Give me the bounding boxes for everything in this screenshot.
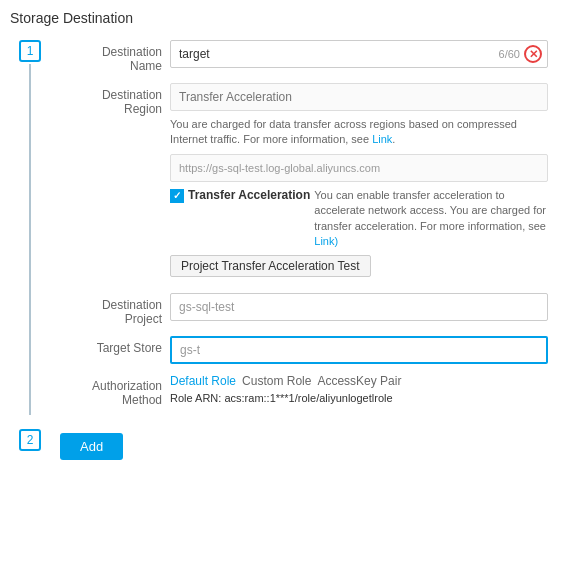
- dest-name-label: DestinationName: [60, 40, 170, 73]
- transfer-accel-checkbox[interactable]: [170, 189, 184, 203]
- checkbox-label: Transfer Acceleration: [188, 188, 310, 202]
- role-arn-row: Role ARN: acs:ram::1***1/role/aliyunloge…: [170, 392, 548, 404]
- auth-default-role[interactable]: Default Role: [170, 374, 236, 388]
- dest-project-input[interactable]: [170, 293, 548, 321]
- auth-accesskey-pair[interactable]: AccessKey Pair: [317, 374, 401, 388]
- auth-custom-role[interactable]: Custom Role: [242, 374, 311, 388]
- region-link[interactable]: Link: [372, 133, 392, 145]
- region-note: You are charged for data transfer across…: [170, 117, 548, 148]
- checkbox-desc: You can enable transfer acceleration to …: [314, 188, 548, 250]
- url-input: [170, 154, 548, 182]
- step-node-2: 2: [19, 429, 41, 451]
- checkbox-link[interactable]: Link): [314, 235, 338, 247]
- step-node-1: 1: [19, 40, 41, 62]
- dest-name-input[interactable]: [170, 40, 548, 68]
- target-store-input[interactable]: [170, 336, 548, 364]
- add-button[interactable]: Add: [60, 433, 123, 460]
- auth-method-label: AuthorizationMethod: [60, 374, 170, 407]
- clear-button[interactable]: ✕: [524, 45, 542, 63]
- target-store-label: Target Store: [60, 336, 170, 355]
- project-test-button[interactable]: Project Transfer Acceleration Test: [170, 255, 371, 277]
- role-arn-label: Role ARN:: [170, 392, 221, 404]
- role-arn-value: acs:ram::1***1/role/aliyunlogetlrole: [224, 392, 392, 404]
- timeline-line: [29, 64, 31, 415]
- dest-region-input[interactable]: [170, 83, 548, 111]
- page-title: Storage Destination: [0, 10, 568, 36]
- dest-project-label: DestinationProject: [60, 293, 170, 326]
- dest-region-label: DestinationRegion: [60, 83, 170, 116]
- dest-name-count: 6/60: [499, 48, 520, 60]
